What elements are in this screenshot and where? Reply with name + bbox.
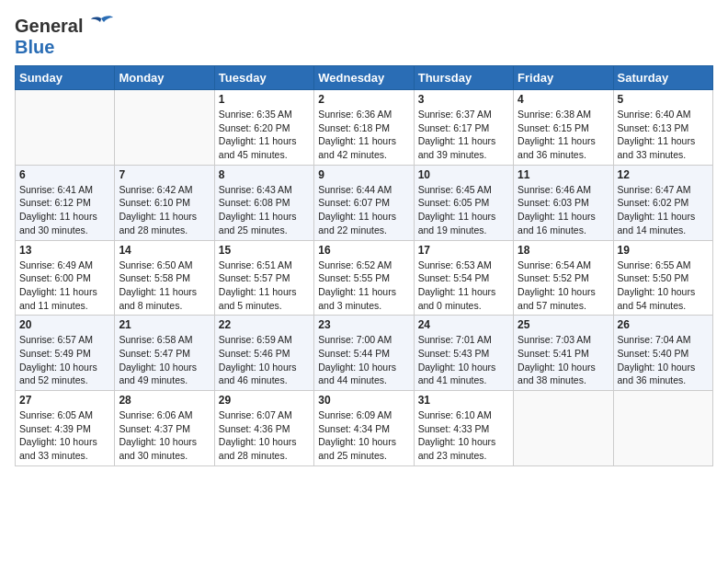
daylight-text: Daylight: 11 hours and 8 minutes. [119, 286, 197, 311]
sunset-text: Sunset: 5:43 PM [418, 348, 490, 359]
cell-content: Sunrise: 6:43 AMSunset: 6:08 PMDaylight:… [219, 183, 310, 237]
calendar-cell: 30Sunrise: 6:09 AMSunset: 4:34 PMDayligh… [314, 391, 414, 466]
page-header: General Blue [15, 15, 713, 58]
calendar-cell: 31Sunrise: 6:10 AMSunset: 4:33 PMDayligh… [414, 391, 513, 466]
sunrise-text: Sunrise: 6:37 AM [418, 109, 492, 120]
day-number: 18 [518, 244, 609, 257]
calendar-header-tuesday: Tuesday [214, 66, 313, 90]
daylight-text: Daylight: 10 hours and 23 minutes. [418, 436, 496, 461]
calendar-week-row: 20Sunrise: 6:57 AMSunset: 5:49 PMDayligh… [16, 316, 713, 391]
sunset-text: Sunset: 6:05 PM [418, 197, 490, 208]
logo-blue-text: Blue [15, 37, 54, 57]
daylight-text: Daylight: 11 hours and 16 minutes. [518, 211, 596, 236]
sunset-text: Sunset: 5:58 PM [119, 272, 190, 283]
daylight-text: Daylight: 11 hours and 42 minutes. [318, 135, 396, 160]
sunset-text: Sunset: 5:52 PM [518, 272, 589, 283]
day-number: 31 [418, 394, 509, 407]
calendar-cell: 12Sunrise: 6:47 AMSunset: 6:02 PMDayligh… [613, 165, 712, 240]
cell-content: Sunrise: 6:45 AMSunset: 6:05 PMDaylight:… [418, 183, 509, 237]
daylight-text: Daylight: 11 hours and 14 minutes. [618, 211, 696, 236]
sunset-text: Sunset: 4:36 PM [219, 423, 290, 434]
calendar-cell: 8Sunrise: 6:43 AMSunset: 6:08 PMDaylight… [214, 165, 313, 240]
calendar-week-row: 6Sunrise: 6:41 AMSunset: 6:12 PMDaylight… [16, 165, 713, 240]
calendar-cell: 26Sunrise: 7:04 AMSunset: 5:40 PMDayligh… [613, 316, 712, 391]
calendar-cell: 2Sunrise: 6:36 AMSunset: 6:18 PMDaylight… [314, 90, 414, 166]
daylight-text: Daylight: 11 hours and 30 minutes. [19, 211, 97, 236]
day-number: 1 [219, 93, 310, 106]
sunset-text: Sunset: 6:15 PM [518, 122, 589, 133]
sunrise-text: Sunrise: 6:06 AM [119, 409, 192, 420]
daylight-text: Daylight: 10 hours and 41 minutes. [418, 362, 496, 386]
sunset-text: Sunset: 6:13 PM [618, 122, 689, 133]
sunset-text: Sunset: 6:17 PM [418, 122, 490, 133]
cell-content: Sunrise: 6:59 AMSunset: 5:46 PMDaylight:… [219, 333, 310, 387]
sunrise-text: Sunrise: 6:10 AM [418, 409, 492, 420]
sunrise-text: Sunrise: 6:36 AM [318, 109, 392, 120]
day-number: 13 [19, 244, 110, 257]
calendar-cell: 18Sunrise: 6:54 AMSunset: 5:52 PMDayligh… [514, 240, 613, 316]
cell-content: Sunrise: 6:35 AMSunset: 6:20 PMDaylight:… [219, 108, 310, 162]
calendar-header-monday: Monday [115, 66, 214, 90]
calendar-cell: 7Sunrise: 6:42 AMSunset: 6:10 PMDaylight… [115, 165, 214, 240]
sunrise-text: Sunrise: 7:01 AM [418, 334, 492, 345]
sunset-text: Sunset: 6:20 PM [219, 122, 290, 133]
daylight-text: Daylight: 11 hours and 19 minutes. [418, 211, 496, 236]
sunset-text: Sunset: 6:18 PM [318, 122, 390, 133]
day-number: 12 [618, 168, 709, 181]
calendar-cell: 6Sunrise: 6:41 AMSunset: 6:12 PMDaylight… [16, 165, 115, 240]
sunrise-text: Sunrise: 6:44 AM [318, 184, 392, 195]
cell-content: Sunrise: 6:05 AMSunset: 4:39 PMDaylight:… [19, 408, 110, 463]
daylight-text: Daylight: 10 hours and 52 minutes. [19, 362, 97, 386]
daylight-text: Daylight: 10 hours and 38 minutes. [518, 362, 596, 386]
day-number: 11 [518, 168, 609, 181]
sunset-text: Sunset: 4:33 PM [418, 423, 490, 434]
day-number: 5 [618, 93, 709, 106]
sunset-text: Sunset: 5:46 PM [219, 348, 290, 359]
cell-content: Sunrise: 7:00 AMSunset: 5:44 PMDaylight:… [318, 333, 409, 387]
daylight-text: Daylight: 11 hours and 11 minutes. [19, 286, 97, 311]
calendar-header-thursday: Thursday [414, 66, 513, 90]
day-number: 21 [119, 318, 210, 331]
cell-content: Sunrise: 6:41 AMSunset: 6:12 PMDaylight:… [19, 183, 110, 237]
sunrise-text: Sunrise: 7:04 AM [618, 334, 691, 345]
daylight-text: Daylight: 10 hours and 25 minutes. [318, 436, 396, 461]
calendar-cell: 19Sunrise: 6:55 AMSunset: 5:50 PMDayligh… [613, 240, 712, 316]
calendar-cell: 13Sunrise: 6:49 AMSunset: 6:00 PMDayligh… [16, 240, 115, 316]
cell-content: Sunrise: 6:52 AMSunset: 5:55 PMDaylight:… [318, 259, 409, 313]
daylight-text: Daylight: 11 hours and 39 minutes. [418, 135, 496, 160]
calendar-header-row: SundayMondayTuesdayWednesdayThursdayFrid… [16, 66, 713, 90]
calendar-cell [514, 391, 613, 466]
cell-content: Sunrise: 6:54 AMSunset: 5:52 PMDaylight:… [518, 259, 609, 313]
calendar-cell: 22Sunrise: 6:59 AMSunset: 5:46 PMDayligh… [214, 316, 313, 391]
day-number: 30 [318, 394, 409, 407]
daylight-text: Daylight: 10 hours and 36 minutes. [618, 362, 696, 386]
cell-content: Sunrise: 6:36 AMSunset: 6:18 PMDaylight:… [318, 108, 409, 162]
day-number: 20 [19, 318, 110, 331]
sunrise-text: Sunrise: 6:05 AM [19, 409, 93, 420]
sunrise-text: Sunrise: 7:03 AM [518, 334, 591, 345]
calendar-cell: 20Sunrise: 6:57 AMSunset: 5:49 PMDayligh… [16, 316, 115, 391]
day-number: 15 [219, 244, 310, 257]
sunrise-text: Sunrise: 6:51 AM [219, 259, 292, 270]
calendar-cell: 10Sunrise: 6:45 AMSunset: 6:05 PMDayligh… [414, 165, 513, 240]
cell-content: Sunrise: 6:55 AMSunset: 5:50 PMDaylight:… [618, 259, 709, 313]
cell-content: Sunrise: 6:44 AMSunset: 6:07 PMDaylight:… [318, 183, 409, 237]
sunrise-text: Sunrise: 6:52 AM [318, 259, 392, 270]
day-number: 4 [518, 93, 609, 106]
sunset-text: Sunset: 4:37 PM [119, 423, 190, 434]
daylight-text: Daylight: 10 hours and 30 minutes. [119, 436, 197, 461]
daylight-text: Daylight: 10 hours and 49 minutes. [119, 362, 197, 386]
calendar-header-sunday: Sunday [16, 66, 115, 90]
daylight-text: Daylight: 10 hours and 44 minutes. [318, 362, 396, 386]
cell-content: Sunrise: 6:42 AMSunset: 6:10 PMDaylight:… [119, 183, 210, 237]
sunrise-text: Sunrise: 6:53 AM [418, 259, 492, 270]
calendar-cell: 29Sunrise: 6:07 AMSunset: 4:36 PMDayligh… [214, 391, 313, 466]
sunrise-text: Sunrise: 6:50 AM [119, 259, 192, 270]
day-number: 3 [418, 93, 509, 106]
day-number: 22 [219, 318, 310, 331]
sunset-text: Sunset: 6:12 PM [19, 197, 91, 208]
sunrise-text: Sunrise: 6:07 AM [219, 409, 292, 420]
day-number: 10 [418, 168, 509, 181]
day-number: 17 [418, 244, 509, 257]
day-number: 29 [219, 394, 310, 407]
